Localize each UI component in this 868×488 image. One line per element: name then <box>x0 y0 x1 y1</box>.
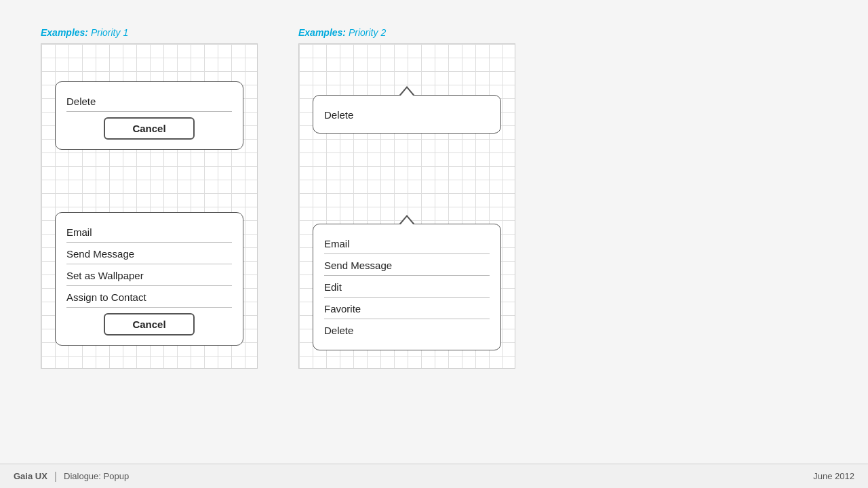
p2-top-delete-item[interactable]: Delete <box>324 104 490 125</box>
p2-top-arrow <box>399 86 415 96</box>
footer-separator: | <box>54 470 57 483</box>
examples-word-p2: Examples: <box>298 27 346 38</box>
priority2-grid: Delete Email Send Message Edit Favorite … <box>298 43 515 369</box>
p1-send-message-item[interactable]: Send Message <box>66 243 232 264</box>
examples-word-p1: Examples: <box>41 27 88 38</box>
p2-send-message-item[interactable]: Send Message <box>324 254 490 276</box>
footer-date: June 2012 <box>813 471 854 481</box>
p2-bottom-dialog: Email Send Message Edit Favorite Delete <box>313 224 501 350</box>
p1-top-cancel-wrap: Cancel <box>66 117 232 140</box>
p1-set-wallpaper-item[interactable]: Set as Wallpaper <box>66 264 232 286</box>
p1-bottom-dialog: Email Send Message Set as Wallpaper Assi… <box>55 212 243 346</box>
priority1-section: Examples: Priority 1 Delete Cancel Email… <box>41 27 258 369</box>
p2-edit-item[interactable]: Edit <box>324 276 490 298</box>
priority2-section: Examples: Priority 2 Delete Email Send M… <box>298 27 515 369</box>
p1-top-dialog: Delete Cancel <box>55 81 243 150</box>
priority1-title: Priority 1 <box>91 27 128 38</box>
main-content: Examples: Priority 1 Delete Cancel Email… <box>0 0 868 396</box>
priority1-label: Examples: Priority 1 <box>41 27 258 38</box>
p1-delete-item[interactable]: Delete <box>66 90 232 112</box>
p1-email-item[interactable]: Email <box>66 221 232 243</box>
priority1-grid: Delete Cancel Email Send Message Set as … <box>41 43 258 369</box>
p2-email-item[interactable]: Email <box>324 232 490 254</box>
footer-left: Gaia UX | Dialogue: Popup <box>14 470 129 483</box>
footer-app-name: Gaia UX <box>14 471 47 481</box>
p1-bottom-cancel-button[interactable]: Cancel <box>104 313 194 336</box>
p1-top-cancel-button[interactable]: Cancel <box>104 117 194 140</box>
priority2-title: Priority 2 <box>349 27 386 38</box>
priority2-label: Examples: Priority 2 <box>298 27 515 38</box>
p2-delete-item[interactable]: Delete <box>324 319 490 340</box>
footer-bar: Gaia UX | Dialogue: Popup June 2012 <box>0 464 868 488</box>
p2-favorite-item[interactable]: Favorite <box>324 298 490 319</box>
p1-bottom-cancel-wrap: Cancel <box>66 313 232 336</box>
p1-assign-contact-item[interactable]: Assign to Contact <box>66 286 232 308</box>
p2-top-dialog: Delete <box>313 95 501 134</box>
p2-bottom-arrow <box>399 215 415 224</box>
footer-dialog-label: Dialogue: Popup <box>64 471 129 481</box>
